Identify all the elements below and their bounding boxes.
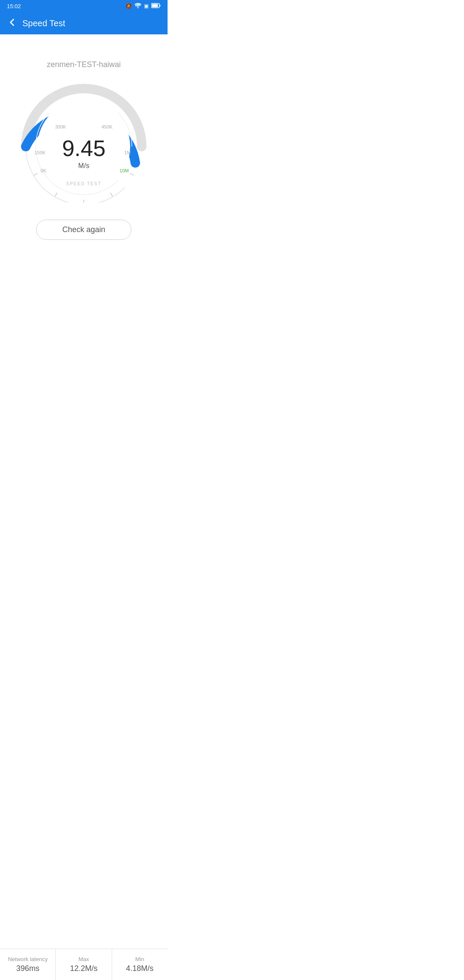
svg-text:450K: 450K bbox=[101, 124, 113, 129]
status-time: 15:02 bbox=[7, 3, 21, 9]
status-icons: 🔕 ▣ bbox=[125, 3, 161, 9]
battery-icon bbox=[151, 3, 161, 9]
wifi-icon bbox=[134, 3, 141, 9]
mute-icon: 🔕 bbox=[125, 3, 132, 9]
svg-rect-1 bbox=[152, 4, 158, 7]
svg-line-6 bbox=[110, 193, 113, 196]
svg-line-5 bbox=[130, 173, 134, 175]
app-bar: Speed Test bbox=[0, 12, 168, 34]
svg-text:M/s: M/s bbox=[78, 162, 89, 169]
page-title: Speed Test bbox=[22, 18, 65, 28]
network-name: zenmen-TEST-haiwai bbox=[47, 60, 121, 69]
svg-text:150K: 150K bbox=[34, 150, 46, 155]
speedometer: 0K 150K 300K 450K 1M 10M 9.45 M/s SPEED … bbox=[19, 82, 148, 202]
main-content: zenmen-TEST-haiwai bbox=[0, 34, 168, 309]
svg-text:0K: 0K bbox=[40, 168, 46, 173]
svg-rect-2 bbox=[160, 5, 161, 6]
svg-line-8 bbox=[55, 193, 57, 196]
screen-icon: ▣ bbox=[144, 3, 149, 9]
check-again-button[interactable]: Check again bbox=[36, 220, 131, 240]
back-button[interactable] bbox=[7, 17, 17, 29]
svg-line-9 bbox=[34, 173, 38, 175]
speedometer-svg: 0K 150K 300K 450K 1M 10M 9.45 M/s SPEED … bbox=[19, 82, 148, 202]
svg-text:300K: 300K bbox=[55, 124, 66, 129]
svg-text:SPEED TEST: SPEED TEST bbox=[66, 181, 101, 186]
status-bar: 15:02 🔕 ▣ bbox=[0, 0, 168, 12]
svg-text:1M: 1M bbox=[124, 150, 131, 155]
svg-text:9.45: 9.45 bbox=[62, 136, 105, 161]
svg-text:10M: 10M bbox=[119, 168, 128, 173]
